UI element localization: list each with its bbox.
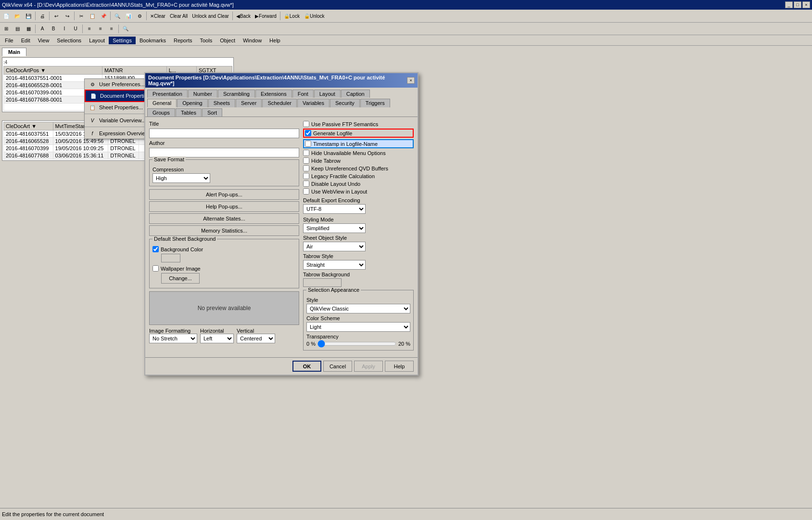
memory-stats-btn[interactable]: Memory Statistics... <box>149 225 299 236</box>
dialog-close-btn[interactable]: × <box>407 77 415 84</box>
tab-variables[interactable]: Variables <box>297 99 330 107</box>
print-btn[interactable]: 🖨 <box>37 11 48 21</box>
tab-scheduler[interactable]: Scheduler <box>262 99 297 107</box>
tab-scrambling[interactable]: Scrambling <box>218 90 255 98</box>
save-btn[interactable]: 💾 <box>23 11 34 21</box>
tab-groups[interactable]: Groups <box>147 108 175 117</box>
open-btn[interactable]: 📂 <box>12 11 23 21</box>
menu-tools[interactable]: Tools <box>196 37 216 44</box>
alert-popups-btn[interactable]: Alert Pop-ups... <box>149 189 299 200</box>
lock-btn[interactable]: 🔒 Lock <box>282 11 302 21</box>
hide-unavailable-checkbox[interactable] <box>303 150 309 156</box>
passive-ftp-checkbox[interactable] <box>303 121 309 127</box>
help-btn[interactable]: Help <box>385 361 414 372</box>
unlock-clear-btn[interactable]: Unlock and Clear <box>190 11 231 21</box>
bg-color-checkbox[interactable] <box>152 246 159 252</box>
tab-extensions[interactable]: Extensions <box>255 90 292 98</box>
tb2-btn9[interactable]: ≡ <box>95 24 106 34</box>
title-input[interactable] <box>149 129 299 138</box>
new-btn[interactable]: 📄 <box>1 11 12 21</box>
cancel-btn[interactable]: Cancel <box>323 361 352 372</box>
col-cledocart[interactable]: CleDocArt ▼ <box>4 122 53 130</box>
paste-btn[interactable]: 📌 <box>98 11 109 21</box>
style-select[interactable]: QlikView Classic Office Style <box>306 304 410 313</box>
tabrow-style-select[interactable]: Straight Rounded <box>303 260 366 270</box>
clear-all-btn[interactable]: Clear All <box>168 11 190 21</box>
menu-window[interactable]: Window <box>239 37 266 44</box>
compression-select[interactable]: High Medium Low None <box>152 173 210 183</box>
back-btn[interactable]: ◀ Back <box>234 11 253 21</box>
tb2-btn1[interactable]: ⊞ <box>1 24 12 34</box>
menu-view[interactable]: View <box>34 37 53 44</box>
tab-general[interactable]: General <box>147 99 177 107</box>
tab-security[interactable]: Security <box>330 99 360 107</box>
tab-server[interactable]: Server <box>236 99 262 107</box>
settings-btn[interactable]: ⚙ <box>134 11 145 21</box>
disable-layout-checkbox[interactable] <box>303 181 309 187</box>
wallpaper-checkbox[interactable] <box>152 265 159 272</box>
tb2-btn2[interactable]: ▤ <box>12 24 23 34</box>
tab-sheets[interactable]: Sheets <box>208 99 235 107</box>
tab-font[interactable]: Font <box>292 90 314 98</box>
menu-object[interactable]: Object <box>216 37 239 44</box>
use-webview-checkbox[interactable] <box>303 188 309 195</box>
author-input[interactable] <box>149 148 299 157</box>
menu-file[interactable]: File <box>1 37 17 44</box>
tb2-btn8[interactable]: ≡ <box>84 24 95 34</box>
change-btn[interactable]: Change... <box>161 273 200 284</box>
tabrow-bg-swatch[interactable] <box>303 278 342 287</box>
legacy-fractile-checkbox[interactable] <box>303 173 309 179</box>
maximize-btn[interactable]: □ <box>794 1 801 8</box>
unlock-btn[interactable]: 🔓 Unlock <box>302 11 327 21</box>
menu-selections[interactable]: Selections <box>53 37 85 44</box>
tb2-btn3[interactable]: ▦ <box>23 24 34 34</box>
keep-unreferenced-checkbox[interactable] <box>303 165 309 171</box>
apply-btn[interactable]: Apply <box>354 361 383 372</box>
tab-layout[interactable]: Layout <box>314 90 341 98</box>
transparency-slider[interactable] <box>317 340 396 347</box>
tab-opening[interactable]: Opening <box>177 99 208 107</box>
cut-btn[interactable]: ✂ <box>76 11 87 21</box>
menu-help[interactable]: Help <box>266 37 284 44</box>
generate-logfile-checkbox[interactable] <box>305 130 311 136</box>
tab-caption[interactable]: Caption <box>341 90 370 98</box>
minimize-btn[interactable]: _ <box>785 1 793 8</box>
tb2-btn5[interactable]: B <box>48 24 59 34</box>
col-cledocartpos[interactable]: CleDocArtPos ▼ <box>4 66 102 75</box>
tb2-btn10[interactable]: ≡ <box>106 24 117 34</box>
color-scheme-select[interactable]: Light Dark <box>306 322 410 332</box>
copy-btn[interactable]: 📋 <box>87 11 98 21</box>
ok-btn[interactable]: OK <box>292 361 321 372</box>
redo-btn[interactable]: ↪ <box>62 11 73 21</box>
export-encoding-select[interactable]: UTF-8 ANSI <box>303 204 366 214</box>
tab-tables[interactable]: Tables <box>176 108 202 117</box>
tab-triggers[interactable]: Triggers <box>360 99 390 107</box>
search-btn[interactable]: 🔍 <box>120 24 131 34</box>
alternate-states-btn[interactable]: Alternate States... <box>149 213 299 224</box>
menu-settings[interactable]: Settings <box>109 37 136 44</box>
close-btn[interactable]: × <box>802 1 810 8</box>
tb2-btn6[interactable]: I <box>59 24 70 34</box>
tab-presentation[interactable]: Presentation <box>147 90 188 98</box>
tab-number[interactable]: Number <box>188 90 217 98</box>
styling-mode-select[interactable]: Simplified Custom <box>303 223 366 233</box>
undo-btn[interactable]: ↩ <box>51 11 62 21</box>
forward-btn[interactable]: ▶ Forward <box>253 11 279 21</box>
timestamp-checkbox[interactable] <box>305 141 311 147</box>
img-fmt-select[interactable]: No Stretch Stretch <box>149 334 197 343</box>
tb2-btn4[interactable]: A <box>37 24 48 34</box>
clear-btn[interactable]: ✕ Clear <box>148 11 167 21</box>
menu-layout[interactable]: Layout <box>85 37 109 44</box>
tab-main[interactable]: Main <box>2 48 26 56</box>
hide-tabrow-checkbox[interactable] <box>303 157 309 164</box>
help-popups-btn[interactable]: Help Pop-ups... <box>149 201 299 212</box>
sheet-obj-style-select[interactable]: Air Office <box>303 242 366 251</box>
menu-bookmarks[interactable]: Bookmarks <box>136 37 170 44</box>
horizontal-select[interactable]: Left Center Right <box>200 334 234 343</box>
vertical-select[interactable]: Centered Top Bottom <box>237 334 275 343</box>
tab-sort[interactable]: Sort <box>202 108 222 117</box>
menu-edit[interactable]: Edit <box>17 37 34 44</box>
menu-reports[interactable]: Reports <box>170 37 196 44</box>
chart-btn[interactable]: 📊 <box>123 11 134 21</box>
tb2-btn7[interactable]: U <box>70 24 81 34</box>
